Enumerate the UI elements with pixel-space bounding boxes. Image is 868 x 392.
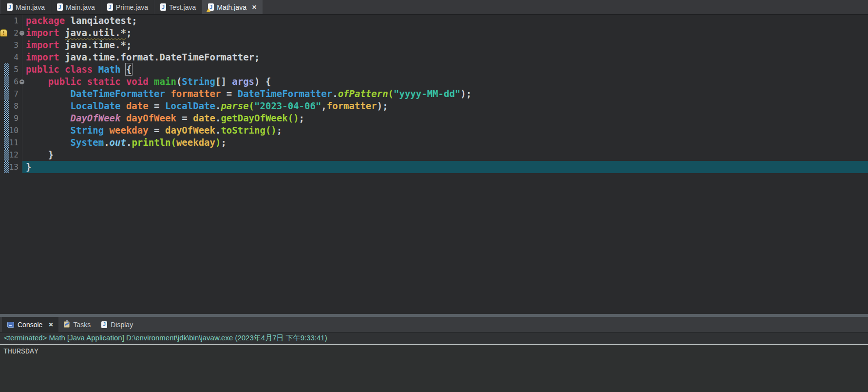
quick-diff-marker <box>4 63 9 76</box>
editor-tab-math-java[interactable]: JMath.java✕ <box>202 0 263 14</box>
line-number: 2 <box>14 27 19 39</box>
gutter: !2− <box>0 27 22 39</box>
code-line-10[interactable]: 10 String weekday = dayOfWeek.toString()… <box>0 124 868 137</box>
quick-diff-marker <box>4 76 9 88</box>
editor-tab-test-java[interactable]: JTest.java <box>154 0 202 14</box>
gutter: 12 <box>0 149 22 161</box>
line-number: 3 <box>14 39 19 51</box>
quick-diff-marker <box>4 112 9 124</box>
display-icon: J <box>101 321 107 328</box>
line-number: 12 <box>9 149 19 161</box>
gutter: 3 <box>0 39 22 51</box>
quick-diff-marker <box>4 149 9 161</box>
code-text: public static void main(String[] args) { <box>22 76 868 88</box>
tab-label: Math.java <box>217 3 246 11</box>
code-line-3[interactable]: 3import java.time.*; <box>0 39 868 51</box>
code-line-2[interactable]: !2−import java.util.*; <box>0 27 868 39</box>
close-icon[interactable]: ✕ <box>48 321 53 328</box>
line-number: 10 <box>9 124 19 137</box>
code-line-11[interactable]: 11 System.out.println(weekday); <box>0 137 868 149</box>
code-text: DayOfWeek dayOfWeek = date.getDayOfWeek(… <box>22 112 868 124</box>
java-file-icon: J <box>160 3 166 11</box>
code-text: import java.time.format.DateTimeFormatte… <box>22 51 868 63</box>
code-text: System.out.println(weekday); <box>22 137 868 149</box>
warning-overlay-icon <box>207 8 210 12</box>
code-text: DateTimeFormatter formatter = DateTimeFo… <box>22 88 868 100</box>
quick-diff-marker <box>4 137 9 149</box>
line-number: 4 <box>14 51 19 63</box>
editor-tab-prime-java[interactable]: JPrime.java <box>101 0 154 14</box>
quick-diff-marker <box>4 161 9 173</box>
editor-tab-main-java[interactable]: JMain.java <box>51 0 101 14</box>
code-text: } <box>22 149 868 161</box>
quick-diff-marker <box>4 51 9 63</box>
gutter: 4 <box>0 51 22 63</box>
java-file-letter: J <box>162 4 165 10</box>
code-line-4[interactable]: 4import java.time.format.DateTimeFormatt… <box>0 51 868 63</box>
code-text: import java.util.*; <box>22 27 868 39</box>
editor-tab-bar: JMain.javaJMain.javaJPrime.javaJTest.jav… <box>0 0 868 15</box>
java-file-letter: J <box>8 4 12 10</box>
quick-diff-marker <box>4 88 9 100</box>
close-icon[interactable]: ✕ <box>252 4 257 11</box>
code-text: public class Math { <box>22 63 868 76</box>
code-line-7[interactable]: 7 DateTimeFormatter formatter = DateTime… <box>0 88 868 100</box>
line-number: 7 <box>14 88 19 100</box>
gutter: 6− <box>0 76 22 88</box>
tab-label: Tasks <box>73 321 91 329</box>
line-number: 13 <box>9 161 19 173</box>
java-file-letter: J <box>109 4 112 10</box>
line-number: 9 <box>14 112 19 124</box>
console-status: <terminated> Math [Java Application] D:\… <box>0 332 868 345</box>
tab-label: Test.java <box>169 3 196 11</box>
java-file-icon: J <box>7 3 13 11</box>
code-text: } <box>22 161 868 173</box>
tab-label: Console <box>18 321 42 329</box>
gutter: 8 <box>0 100 22 112</box>
console-icon <box>7 322 14 328</box>
code-lines: 1package lanqiaotest;!2−import java.util… <box>0 15 868 173</box>
gutter: 10 <box>0 124 22 137</box>
quick-diff-marker <box>4 100 9 112</box>
code-line-1[interactable]: 1package lanqiaotest; <box>0 15 868 27</box>
gutter: 9 <box>0 112 22 124</box>
tab-label: Main.java <box>16 3 45 11</box>
gutter: 11 <box>0 137 22 149</box>
code-text: LocalDate date = LocalDate.parse("2023-0… <box>22 100 868 112</box>
line-number: 1 <box>14 15 19 27</box>
java-file-icon: J <box>208 3 214 11</box>
console-output[interactable]: THURSDAY <box>0 345 868 392</box>
quick-diff-marker <box>4 15 9 27</box>
fold-marker-icon[interactable]: − <box>19 31 24 36</box>
code-text: String weekday = dayOfWeek.toString(); <box>22 124 868 137</box>
gutter: 13 <box>0 161 22 173</box>
console-tab-tasks[interactable]: Tasks <box>58 317 96 332</box>
code-editor[interactable]: 1package lanqiaotest;!2−import java.util… <box>0 15 868 314</box>
console-output-text: THURSDAY <box>3 348 38 356</box>
console-tab-console[interactable]: Console✕ <box>2 317 58 332</box>
quick-diff-marker <box>4 39 9 51</box>
java-file-letter: J <box>58 4 62 10</box>
console-tab-bar: Console✕TasksJDisplay <box>0 317 868 332</box>
gutter: 1 <box>0 15 22 27</box>
tab-label: Display <box>111 321 133 329</box>
code-line-8[interactable]: 8 LocalDate date = LocalDate.parse("2023… <box>0 100 868 112</box>
gutter: 5 <box>0 63 22 76</box>
code-text: import java.time.*; <box>22 39 868 51</box>
code-line-12[interactable]: 12 } <box>0 149 868 161</box>
code-line-5[interactable]: 5public class Math { <box>0 63 868 76</box>
line-number: 11 <box>9 137 19 149</box>
quick-diff-marker <box>4 124 9 137</box>
code-text: package lanqiaotest; <box>22 15 868 27</box>
line-number: 8 <box>14 100 19 112</box>
console-tab-display[interactable]: JDisplay <box>96 317 138 332</box>
code-line-6[interactable]: 6− public static void main(String[] args… <box>0 76 868 88</box>
warning-marker-icon[interactable]: ! <box>0 29 7 37</box>
fold-marker-icon[interactable]: − <box>19 79 24 84</box>
tasks-icon <box>64 321 70 328</box>
code-line-9[interactable]: 9 DayOfWeek dayOfWeek = date.getDayOfWee… <box>0 112 868 124</box>
display-icon-letter: J <box>103 322 106 327</box>
editor-tab-main-java[interactable]: JMain.java <box>1 0 51 14</box>
line-number: 5 <box>14 63 19 76</box>
code-line-13[interactable]: 13} <box>0 161 868 173</box>
